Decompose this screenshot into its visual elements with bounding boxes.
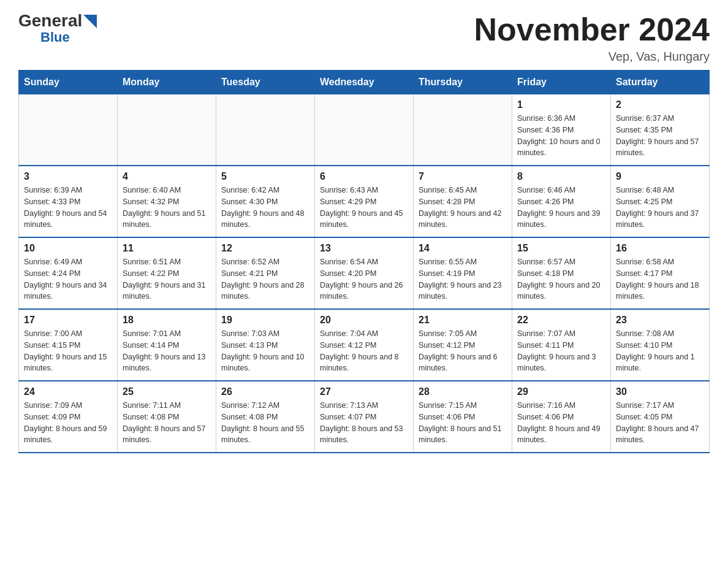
day-info: Sunrise: 7:08 AMSunset: 4:10 PMDaylight:… xyxy=(616,328,704,374)
calendar-week-row: 10Sunrise: 6:49 AMSunset: 4:24 PMDayligh… xyxy=(19,237,710,309)
header-tuesday: Tuesday xyxy=(216,71,315,94)
page-header: General Blue November 2024 Vep, Vas, Hun… xyxy=(18,12,710,64)
day-info: Sunrise: 6:51 AMSunset: 4:22 PMDaylight:… xyxy=(123,256,211,302)
calendar-cell: 26Sunrise: 7:12 AMSunset: 4:08 PMDayligh… xyxy=(216,381,315,453)
header-monday: Monday xyxy=(118,71,216,94)
day-number: 27 xyxy=(320,386,408,397)
calendar-week-row: 24Sunrise: 7:09 AMSunset: 4:09 PMDayligh… xyxy=(19,381,710,453)
calendar-cell: 13Sunrise: 6:54 AMSunset: 4:20 PMDayligh… xyxy=(315,237,414,309)
calendar-cell xyxy=(315,94,414,166)
day-number: 18 xyxy=(123,315,211,326)
day-number: 1 xyxy=(517,99,605,110)
calendar-cell: 17Sunrise: 7:00 AMSunset: 4:15 PMDayligh… xyxy=(19,309,118,381)
calendar-cell xyxy=(118,94,216,166)
day-number: 15 xyxy=(517,243,605,254)
calendar-cell: 27Sunrise: 7:13 AMSunset: 4:07 PMDayligh… xyxy=(315,381,414,453)
location-text: Vep, Vas, Hungary xyxy=(474,50,710,64)
day-info: Sunrise: 7:03 AMSunset: 4:13 PMDaylight:… xyxy=(221,328,309,374)
header-thursday: Thursday xyxy=(414,71,512,94)
logo-general-text: General xyxy=(18,12,82,29)
day-info: Sunrise: 7:17 AMSunset: 4:05 PMDaylight:… xyxy=(616,400,704,446)
calendar-body: 1Sunrise: 6:36 AMSunset: 4:36 PMDaylight… xyxy=(19,94,710,453)
header-sunday: Sunday xyxy=(19,71,118,94)
header-friday: Friday xyxy=(512,71,611,94)
calendar-cell: 24Sunrise: 7:09 AMSunset: 4:09 PMDayligh… xyxy=(19,381,118,453)
calendar-cell: 4Sunrise: 6:40 AMSunset: 4:32 PMDaylight… xyxy=(118,166,216,237)
day-number: 21 xyxy=(419,315,507,326)
calendar-cell: 28Sunrise: 7:15 AMSunset: 4:06 PMDayligh… xyxy=(414,381,512,453)
day-number: 3 xyxy=(24,171,112,182)
calendar-cell xyxy=(19,94,118,166)
day-info: Sunrise: 7:00 AMSunset: 4:15 PMDaylight:… xyxy=(24,328,112,374)
day-info: Sunrise: 6:46 AMSunset: 4:26 PMDaylight:… xyxy=(517,185,605,231)
day-info: Sunrise: 6:37 AMSunset: 4:35 PMDaylight:… xyxy=(616,113,704,159)
logo: General Blue xyxy=(18,12,97,44)
day-number: 4 xyxy=(123,171,211,182)
calendar-cell: 30Sunrise: 7:17 AMSunset: 4:05 PMDayligh… xyxy=(611,381,710,453)
calendar-week-row: 17Sunrise: 7:00 AMSunset: 4:15 PMDayligh… xyxy=(19,309,710,381)
day-info: Sunrise: 6:43 AMSunset: 4:29 PMDaylight:… xyxy=(320,185,408,231)
calendar-cell: 25Sunrise: 7:11 AMSunset: 4:08 PMDayligh… xyxy=(118,381,216,453)
calendar-cell: 23Sunrise: 7:08 AMSunset: 4:10 PMDayligh… xyxy=(611,309,710,381)
day-info: Sunrise: 7:12 AMSunset: 4:08 PMDaylight:… xyxy=(221,400,309,446)
calendar-cell: 10Sunrise: 6:49 AMSunset: 4:24 PMDayligh… xyxy=(19,237,118,309)
calendar-cell: 2Sunrise: 6:37 AMSunset: 4:35 PMDaylight… xyxy=(611,94,710,166)
calendar-cell: 29Sunrise: 7:16 AMSunset: 4:06 PMDayligh… xyxy=(512,381,611,453)
svg-marker-0 xyxy=(83,15,97,28)
day-info: Sunrise: 6:58 AMSunset: 4:17 PMDaylight:… xyxy=(616,256,704,302)
day-info: Sunrise: 6:55 AMSunset: 4:19 PMDaylight:… xyxy=(419,256,507,302)
calendar-cell: 22Sunrise: 7:07 AMSunset: 4:11 PMDayligh… xyxy=(512,309,611,381)
calendar-cell: 6Sunrise: 6:43 AMSunset: 4:29 PMDaylight… xyxy=(315,166,414,237)
day-number: 28 xyxy=(419,386,507,397)
calendar-cell xyxy=(216,94,315,166)
calendar-cell: 15Sunrise: 6:57 AMSunset: 4:18 PMDayligh… xyxy=(512,237,611,309)
title-section: November 2024 Vep, Vas, Hungary xyxy=(474,12,710,64)
day-number: 17 xyxy=(24,315,112,326)
day-number: 8 xyxy=(517,171,605,182)
day-number: 24 xyxy=(24,386,112,397)
calendar-cell: 16Sunrise: 6:58 AMSunset: 4:17 PMDayligh… xyxy=(611,237,710,309)
day-info: Sunrise: 6:49 AMSunset: 4:24 PMDaylight:… xyxy=(24,256,112,302)
logo-blue-text: Blue xyxy=(40,31,70,44)
day-info: Sunrise: 6:52 AMSunset: 4:21 PMDaylight:… xyxy=(221,256,309,302)
day-number: 6 xyxy=(320,171,408,182)
days-of-week-row: Sunday Monday Tuesday Wednesday Thursday… xyxy=(19,71,710,94)
day-number: 16 xyxy=(616,243,704,254)
day-number: 7 xyxy=(419,171,507,182)
logo-triangle-icon xyxy=(83,15,97,28)
day-number: 25 xyxy=(123,386,211,397)
calendar-cell: 1Sunrise: 6:36 AMSunset: 4:36 PMDaylight… xyxy=(512,94,611,166)
day-info: Sunrise: 6:57 AMSunset: 4:18 PMDaylight:… xyxy=(517,256,605,302)
day-number: 2 xyxy=(616,99,704,110)
day-info: Sunrise: 7:16 AMSunset: 4:06 PMDaylight:… xyxy=(517,400,605,446)
calendar-week-row: 3Sunrise: 6:39 AMSunset: 4:33 PMDaylight… xyxy=(19,166,710,237)
calendar-cell: 5Sunrise: 6:42 AMSunset: 4:30 PMDaylight… xyxy=(216,166,315,237)
calendar-cell: 3Sunrise: 6:39 AMSunset: 4:33 PMDaylight… xyxy=(19,166,118,237)
day-info: Sunrise: 6:40 AMSunset: 4:32 PMDaylight:… xyxy=(123,185,211,231)
calendar-cell: 18Sunrise: 7:01 AMSunset: 4:14 PMDayligh… xyxy=(118,309,216,381)
month-title: November 2024 xyxy=(474,12,710,47)
day-number: 26 xyxy=(221,386,309,397)
calendar-cell: 19Sunrise: 7:03 AMSunset: 4:13 PMDayligh… xyxy=(216,309,315,381)
day-info: Sunrise: 7:07 AMSunset: 4:11 PMDaylight:… xyxy=(517,328,605,374)
day-info: Sunrise: 7:13 AMSunset: 4:07 PMDaylight:… xyxy=(320,400,408,446)
day-info: Sunrise: 7:15 AMSunset: 4:06 PMDaylight:… xyxy=(419,400,507,446)
calendar-header: Sunday Monday Tuesday Wednesday Thursday… xyxy=(19,71,710,94)
calendar-cell: 9Sunrise: 6:48 AMSunset: 4:25 PMDaylight… xyxy=(611,166,710,237)
day-info: Sunrise: 7:04 AMSunset: 4:12 PMDaylight:… xyxy=(320,328,408,374)
day-info: Sunrise: 6:39 AMSunset: 4:33 PMDaylight:… xyxy=(24,185,112,231)
day-info: Sunrise: 6:45 AMSunset: 4:28 PMDaylight:… xyxy=(419,185,507,231)
day-number: 30 xyxy=(616,386,704,397)
day-number: 12 xyxy=(221,243,309,254)
day-number: 22 xyxy=(517,315,605,326)
day-info: Sunrise: 6:48 AMSunset: 4:25 PMDaylight:… xyxy=(616,185,704,231)
day-info: Sunrise: 7:09 AMSunset: 4:09 PMDaylight:… xyxy=(24,400,112,446)
day-info: Sunrise: 6:36 AMSunset: 4:36 PMDaylight:… xyxy=(517,113,605,159)
day-info: Sunrise: 7:05 AMSunset: 4:12 PMDaylight:… xyxy=(419,328,507,374)
calendar-week-row: 1Sunrise: 6:36 AMSunset: 4:36 PMDaylight… xyxy=(19,94,710,166)
header-wednesday: Wednesday xyxy=(315,71,414,94)
calendar-cell: 12Sunrise: 6:52 AMSunset: 4:21 PMDayligh… xyxy=(216,237,315,309)
day-info: Sunrise: 7:11 AMSunset: 4:08 PMDaylight:… xyxy=(123,400,211,446)
day-number: 5 xyxy=(221,171,309,182)
calendar-cell: 7Sunrise: 6:45 AMSunset: 4:28 PMDaylight… xyxy=(414,166,512,237)
